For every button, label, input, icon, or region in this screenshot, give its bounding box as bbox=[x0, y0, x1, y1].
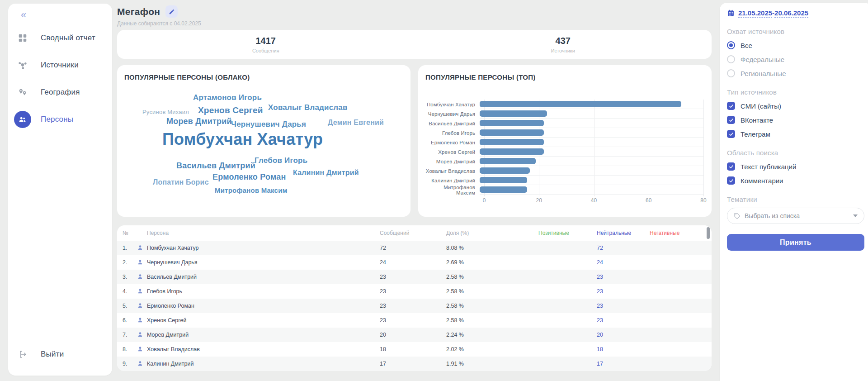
edit-title-button[interactable] bbox=[165, 5, 178, 18]
bar[interactable] bbox=[480, 129, 544, 136]
bar-category-label: Чернушевич Дарья bbox=[425, 111, 480, 117]
col-person: Персона bbox=[147, 230, 380, 236]
table-row[interactable]: 8.Ховалыг Владислав182.02 %18 bbox=[117, 342, 712, 357]
cloud-word[interactable]: Чернушевич Дарья bbox=[231, 120, 306, 129]
table-row[interactable]: 9.Калинин Дмитрий171.91 %17 bbox=[117, 357, 712, 371]
neutral-cell[interactable]: 17 bbox=[597, 361, 650, 367]
person-name-link[interactable]: Помбухчан Хачатур bbox=[147, 245, 380, 251]
cloud-word[interactable]: Хренов Сергей bbox=[198, 105, 263, 115]
person-name-link[interactable]: Ховалыг Владислав bbox=[147, 346, 380, 352]
table-row[interactable]: 3.Васильев Дмитрий232.58 %23 bbox=[117, 270, 712, 284]
bar[interactable] bbox=[480, 101, 681, 107]
table-row[interactable]: 4.Глебов Игорь232.58 %23 bbox=[117, 284, 712, 299]
checkbox-telegram[interactable]: Телеграм bbox=[727, 130, 864, 138]
sidebar-item-summary-report[interactable]: Сводный отчет bbox=[8, 24, 112, 52]
bar[interactable] bbox=[480, 120, 544, 126]
cloud-word[interactable]: Русинов Михаил bbox=[142, 109, 189, 115]
neutral-cell[interactable]: 23 bbox=[597, 274, 650, 280]
topics-dropdown[interactable]: Выбрать из списка bbox=[727, 208, 864, 224]
person-icon bbox=[137, 259, 147, 267]
radio-federal-sources[interactable]: Федеральные bbox=[727, 55, 864, 63]
row-num: 5. bbox=[123, 303, 137, 309]
popular-persons-cloud-panel: ПОПУЛЯРНЫЕ ПЕРСОНЫ (ОБЛАКО) Артамонов Иг… bbox=[117, 65, 410, 217]
checkbox-smi[interactable]: СМИ (сайты) bbox=[727, 102, 864, 110]
bar-track bbox=[480, 176, 703, 185]
checkbox-icon[interactable] bbox=[727, 116, 735, 124]
bar[interactable] bbox=[480, 139, 544, 145]
table-row[interactable]: 5.Ермоленко Роман232.58 %23 bbox=[117, 299, 712, 313]
checkbox-icon[interactable] bbox=[727, 130, 735, 138]
checkbox-label: ВКонтакте bbox=[741, 116, 773, 124]
radio-icon[interactable] bbox=[727, 41, 735, 49]
radio-icon[interactable] bbox=[727, 69, 735, 77]
cloud-word[interactable]: Демин Евгений bbox=[328, 119, 384, 127]
checkbox-icon[interactable] bbox=[727, 162, 735, 171]
person-name-link[interactable]: Васильев Дмитрий bbox=[147, 274, 380, 280]
bar[interactable] bbox=[480, 158, 536, 164]
bar[interactable] bbox=[480, 177, 527, 183]
table-row[interactable]: 6.Хренов Сергей232.58 %23 bbox=[117, 313, 712, 328]
checkbox-publication-text[interactable]: Текст публикаций bbox=[727, 162, 864, 171]
sidebar-item-persons[interactable]: Персоны bbox=[8, 106, 112, 133]
neutral-cell[interactable]: 23 bbox=[597, 317, 650, 324]
checkbox-icon[interactable] bbox=[727, 176, 735, 185]
person-name-link[interactable]: Хренов Сергей bbox=[147, 317, 380, 324]
table-scrollbar-thumb[interactable] bbox=[707, 227, 710, 239]
person-name-link[interactable]: Ермоленко Роман bbox=[147, 303, 380, 309]
cloud-word[interactable]: Васильев Дмитрий bbox=[176, 161, 255, 171]
bar[interactable] bbox=[480, 110, 547, 117]
table-row[interactable]: 7.Морев Дмитрий202.24 %20 bbox=[117, 328, 712, 342]
person-icon bbox=[137, 273, 147, 281]
table-row[interactable]: 2.Чернушевич Дарья242.69 %24 bbox=[117, 255, 712, 270]
logout-icon bbox=[14, 346, 31, 363]
bar[interactable] bbox=[480, 167, 530, 174]
neutral-cell[interactable]: 20 bbox=[597, 332, 650, 338]
person-icon bbox=[137, 346, 147, 353]
col-messages: Сообщений bbox=[380, 230, 446, 236]
apply-button[interactable]: Принять bbox=[727, 234, 864, 251]
cloud-word[interactable]: Ховалыг Владислав bbox=[268, 103, 348, 112]
logout-button[interactable]: Выйти bbox=[14, 346, 64, 363]
bar[interactable] bbox=[480, 148, 544, 155]
date-to[interactable]: 20.06.2025 bbox=[774, 9, 808, 18]
bar[interactable] bbox=[480, 186, 527, 193]
person-name-link[interactable]: Глебов Игорь bbox=[147, 288, 380, 295]
person-name-link[interactable]: Чернушевич Дарья bbox=[147, 259, 380, 266]
neutral-cell[interactable]: 18 bbox=[597, 346, 650, 352]
cloud-word[interactable]: Калинин Дмитрий bbox=[293, 169, 359, 177]
date-from[interactable]: 21.05.2025 bbox=[738, 9, 772, 18]
cloud-word[interactable]: Ермоленко Роман bbox=[212, 172, 286, 182]
radio-regional-sources[interactable]: Региональные bbox=[727, 69, 864, 77]
person-name-link[interactable]: Морев Дмитрий bbox=[147, 332, 380, 338]
checkbox-comments[interactable]: Комментарии bbox=[727, 176, 864, 185]
radio-icon[interactable] bbox=[727, 55, 735, 63]
date-range-picker[interactable]: 21.05.2025-20.06.2025 bbox=[727, 9, 864, 17]
cloud-word[interactable]: Митрофанов Максим bbox=[215, 186, 288, 194]
sidebar-item-geography[interactable]: География bbox=[8, 79, 112, 106]
cloud-word[interactable]: Артамонов Игорь bbox=[193, 93, 262, 102]
sidebar-collapse-button[interactable]: « bbox=[21, 10, 26, 20]
network-hub-icon bbox=[14, 57, 31, 74]
bar-row: Калинин Дмитрий bbox=[425, 176, 703, 185]
table-row[interactable]: 1.Помбухчан Хачатур728.08 %72 bbox=[117, 241, 712, 255]
checkbox-icon[interactable] bbox=[727, 102, 735, 110]
neutral-cell[interactable]: 23 bbox=[597, 303, 650, 309]
cloud-word[interactable]: Лопатин Борис bbox=[153, 178, 209, 186]
neutral-cell[interactable]: 24 bbox=[597, 259, 650, 266]
stat-sources: 437 Источники bbox=[415, 30, 712, 59]
col-positive[interactable]: Позитивные bbox=[538, 230, 597, 236]
share-cell: 1.91 % bbox=[446, 361, 538, 367]
dashboard-screen: « Сводный отчет Источники География bbox=[0, 0, 868, 381]
col-neutral[interactable]: Нейтральные bbox=[597, 230, 650, 236]
people-group-icon bbox=[14, 111, 31, 128]
cloud-word[interactable]: Морев Дмитрий bbox=[166, 117, 232, 126]
radio-all-sources[interactable]: Все bbox=[727, 41, 864, 49]
col-negative[interactable]: Негативные bbox=[650, 230, 712, 236]
cloud-word[interactable]: Помбухчан Хачатур bbox=[162, 130, 323, 149]
cloud-word[interactable]: Глебов Игорь bbox=[255, 156, 307, 165]
person-name-link[interactable]: Калинин Дмитрий bbox=[147, 361, 380, 367]
sidebar-item-sources[interactable]: Источники bbox=[8, 52, 112, 79]
neutral-cell[interactable]: 72 bbox=[597, 245, 650, 251]
neutral-cell[interactable]: 23 bbox=[597, 288, 650, 295]
checkbox-vkontakte[interactable]: ВКонтакте bbox=[727, 116, 864, 124]
